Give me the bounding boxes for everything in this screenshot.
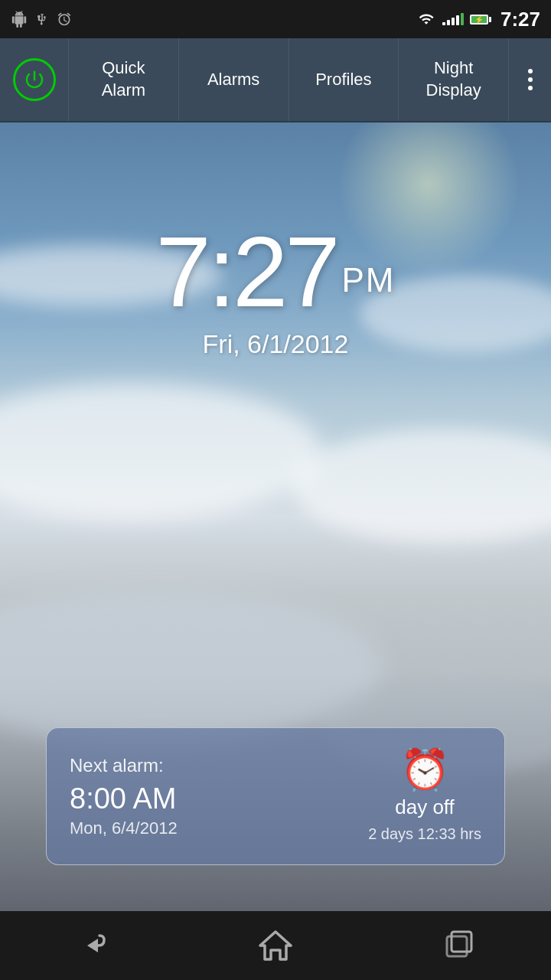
back-icon — [73, 933, 110, 959]
power-button[interactable] — [0, 38, 69, 121]
power-btn-circle[interactable] — [13, 58, 56, 101]
recents-icon — [444, 930, 474, 961]
alarm-emoji: ⏰ — [400, 750, 450, 789]
bottom-nav-bar — [0, 911, 551, 980]
clock-ampm: PM — [342, 261, 396, 299]
battery-bolt: ⚡ — [474, 15, 484, 24]
tab-quick-alarm[interactable]: Quick Alarm — [69, 38, 179, 121]
power-icon — [23, 68, 46, 91]
alarm-card-name: day off — [395, 795, 455, 819]
recents-button[interactable] — [429, 923, 490, 969]
alarm-info-left: Next alarm: 8:00 AM Mon, 6/4/2012 — [70, 755, 353, 838]
back-button[interactable] — [61, 923, 122, 969]
main-content: 7:27PM Fri, 6/1/2012 Next alarm: 8:00 AM… — [0, 122, 551, 911]
alarm-card-date: Mon, 6/4/2012 — [70, 818, 353, 838]
status-right: ⚡ 7:27 — [416, 8, 540, 31]
alarm-card-countdown: 2 days 12:33 hrs — [368, 825, 481, 843]
tab-bar: Quick Alarm Alarms Profiles Night Displa… — [0, 38, 551, 122]
tab-profiles[interactable]: Profiles — [289, 38, 399, 121]
usb-icon — [35, 11, 49, 28]
status-icons-left — [11, 11, 72, 28]
overflow-menu-icon — [528, 69, 533, 90]
tab-night-display[interactable]: Night Display — [399, 38, 509, 121]
status-alarm-icon — [57, 11, 72, 28]
clock-date: Fri, 6/1/2012 — [203, 329, 349, 359]
alarm-card-time: 8:00 AM — [70, 782, 353, 815]
status-bar: ⚡ 7:27 — [0, 0, 551, 38]
clock-time: 7:27PM — [155, 216, 395, 328]
alarm-card-label: Next alarm: — [70, 755, 353, 776]
home-button[interactable] — [245, 923, 306, 969]
svg-rect-2 — [452, 932, 471, 952]
battery-icon: ⚡ — [470, 15, 491, 24]
tab-alarms[interactable]: Alarms — [179, 38, 289, 121]
wifi-icon — [416, 11, 436, 27]
status-time: 7:27 — [500, 8, 540, 31]
android-icon — [11, 11, 28, 28]
home-icon — [259, 930, 292, 961]
time-container: 7:27PM Fri, 6/1/2012 — [0, 222, 551, 359]
svg-marker-0 — [260, 932, 291, 959]
alarm-info-right: ⏰ day off 2 days 12:33 hrs — [368, 750, 481, 843]
time-display: 7:27PM — [155, 222, 395, 322]
svg-rect-1 — [447, 936, 467, 956]
alarm-card: Next alarm: 8:00 AM Mon, 6/4/2012 ⏰ day … — [46, 727, 505, 865]
overflow-menu-button[interactable] — [509, 38, 551, 121]
signal-icon — [442, 13, 464, 25]
